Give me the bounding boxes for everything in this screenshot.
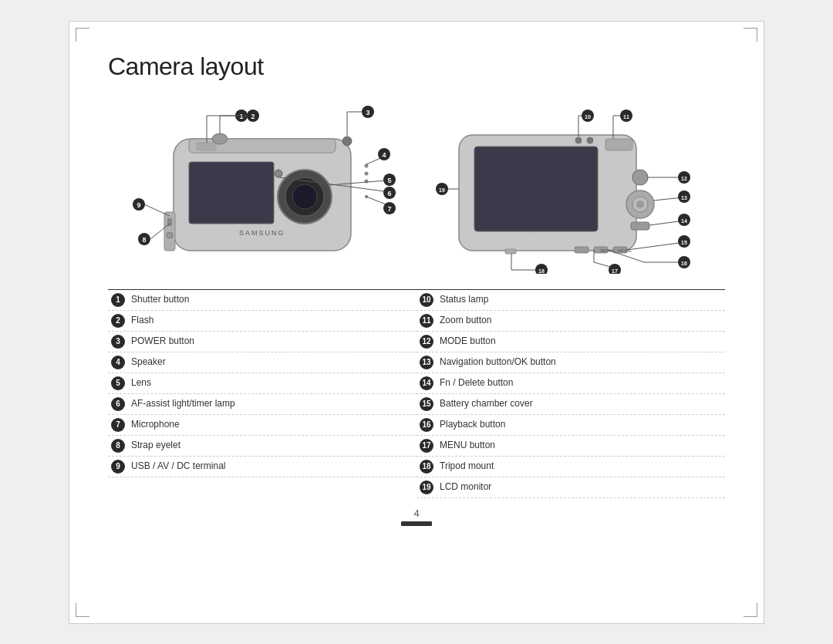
right-labels-col: 10 Status lamp 11 Zoom button 12 MODE bu… <box>416 289 725 498</box>
label-text: Strap eyelet <box>131 439 180 452</box>
svg-text:11: 11 <box>623 114 629 120</box>
svg-text:MODE: MODE <box>618 248 632 253</box>
page-number-container: 4 <box>108 507 725 526</box>
page-bar <box>401 521 432 526</box>
svg-text:6: 6 <box>387 190 391 197</box>
label-number: 7 <box>111 418 125 432</box>
svg-point-5 <box>292 184 317 209</box>
svg-text:SAMSUNG: SAMSUNG <box>239 229 285 237</box>
svg-point-51 <box>575 137 582 143</box>
corner-br <box>744 603 757 617</box>
label-row: 11 Zoom button <box>416 311 725 332</box>
svg-text:14: 14 <box>681 218 687 224</box>
svg-text:17: 17 <box>612 268 618 274</box>
svg-text:MENU: MENU <box>600 248 614 253</box>
label-number: 16 <box>420 418 433 432</box>
label-text: Shutter button <box>131 293 189 306</box>
svg-text:1: 1 <box>239 113 243 120</box>
label-row: 7 Microphone <box>108 415 416 436</box>
label-text: MODE button <box>440 335 496 348</box>
label-number: 18 <box>420 460 433 474</box>
svg-text:SAMSUNG: SAMSUNG <box>496 238 538 244</box>
corner-tr <box>744 28 757 42</box>
label-text: Status lamp <box>440 293 488 306</box>
label-text: Navigation button/OK button <box>440 356 556 369</box>
svg-rect-57 <box>631 222 649 230</box>
svg-point-13 <box>365 179 369 183</box>
label-text: AF-assist light/timer lamp <box>131 397 235 410</box>
svg-text:10: 10 <box>585 114 591 120</box>
label-text: Playback button <box>440 418 505 431</box>
label-row: 1 Shutter button <box>108 290 416 311</box>
label-row: 4 Speaker <box>108 352 416 373</box>
corner-tl <box>76 28 89 42</box>
label-row: 9 USB / AV / DC terminal <box>108 457 416 477</box>
label-row: 10 Status lamp <box>416 290 725 311</box>
svg-text:16: 16 <box>681 261 687 266</box>
back-camera-diagram: SAMSUNG MENU MODE 10 11 <box>428 96 706 274</box>
label-text: LCD monitor <box>440 480 491 494</box>
label-text: Speaker <box>131 356 166 369</box>
label-row: 12 MODE button <box>416 332 725 352</box>
svg-rect-58 <box>575 247 588 253</box>
label-row: 8 Strap eyelet <box>108 436 416 457</box>
label-text: MENU button <box>440 439 495 452</box>
svg-point-10 <box>342 137 352 146</box>
svg-point-56 <box>636 201 644 208</box>
page-number: 4 <box>413 507 419 519</box>
label-text: Lens <box>131 376 151 389</box>
label-row: 6 AF-assist light/timer lamp <box>108 394 416 415</box>
svg-text:2: 2 <box>251 113 255 120</box>
page-title: Camera layout <box>108 52 725 81</box>
label-number: 5 <box>111 376 125 390</box>
label-number: 17 <box>420 439 433 453</box>
label-number: 3 <box>111 335 125 349</box>
label-number: 6 <box>111 397 125 411</box>
label-row: 18 Tripod mount <box>416 457 725 477</box>
svg-text:3: 3 <box>366 109 369 116</box>
label-row: 3 POWER button <box>108 332 416 352</box>
svg-point-52 <box>587 137 593 143</box>
svg-rect-62 <box>505 249 516 254</box>
label-text: Tripod mount <box>440 460 494 473</box>
label-number: 19 <box>420 480 433 494</box>
svg-text:13: 13 <box>681 195 687 201</box>
svg-rect-15 <box>164 212 175 251</box>
svg-text:5: 5 <box>387 177 391 184</box>
svg-rect-49 <box>474 147 598 231</box>
label-text: USB / AV / DC terminal <box>131 460 225 473</box>
svg-point-17 <box>167 232 173 238</box>
label-row: 5 Lens <box>108 373 416 394</box>
label-text: Battery chamber cover <box>440 397 533 410</box>
label-number: 8 <box>111 439 125 453</box>
label-number: 15 <box>420 397 433 411</box>
label-text: POWER button <box>131 335 194 348</box>
corner-bl <box>76 603 89 617</box>
svg-point-11 <box>365 164 369 167</box>
label-number: 9 <box>111 460 125 474</box>
svg-text:7: 7 <box>387 205 391 213</box>
label-row: 19 LCD monitor <box>416 477 725 498</box>
diagram-row: SAMSUNG 1 <box>108 96 725 274</box>
front-camera-diagram: SAMSUNG 1 <box>127 96 405 274</box>
label-number: 2 <box>111 314 125 328</box>
svg-text:9: 9 <box>137 201 140 209</box>
svg-text:18: 18 <box>538 268 545 274</box>
labels-section: 1 Shutter button 2 Flash 3 POWER button … <box>108 289 725 498</box>
label-row: 16 Playback button <box>416 415 725 436</box>
label-row: 14 Fn / Delete button <box>416 373 725 394</box>
svg-text:4: 4 <box>382 151 386 159</box>
svg-point-53 <box>632 170 648 185</box>
page: Camera layout <box>69 22 764 623</box>
label-number: 14 <box>420 376 433 390</box>
label-text: Fn / Delete button <box>440 376 513 389</box>
svg-text:8: 8 <box>142 236 146 244</box>
label-row: 13 Navigation button/OK button <box>416 352 725 373</box>
svg-text:15: 15 <box>681 240 687 245</box>
label-number: 1 <box>111 293 125 307</box>
svg-line-45 <box>144 204 170 216</box>
svg-point-8 <box>212 133 228 144</box>
svg-point-6 <box>275 170 282 177</box>
svg-rect-50 <box>605 139 632 150</box>
label-text: Flash <box>131 314 153 327</box>
